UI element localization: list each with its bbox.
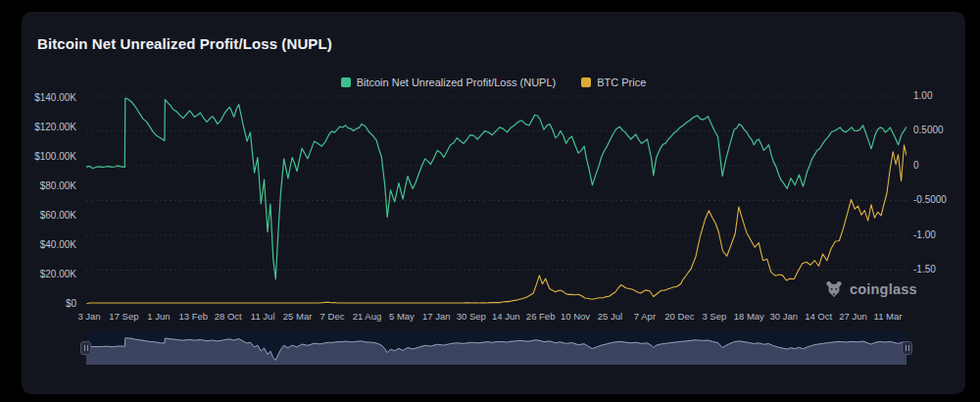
navigator-right-handle[interactable]: [902, 341, 912, 355]
left-axis-tick-label: $40.00K: [40, 239, 76, 250]
navigator-minichart: [86, 331, 906, 365]
left-axis-tick-label: $140.00K: [34, 92, 76, 103]
nupl-series-line: [86, 98, 906, 279]
btc-price-legend-swatch-icon: [581, 77, 591, 87]
x-axis: 3 Jan17 Sep1 Jun13 Feb28 Oct11 Jul25 Mar…: [86, 311, 906, 325]
right-axis-tick-label: 0.5000: [913, 125, 944, 135]
left-axis-tick-label: $80.00K: [40, 180, 76, 191]
left-axis-tick-label: $20.00K: [40, 269, 76, 279]
chart-title: Bitcoin Net Unrealized Profit/Loss (NUPL…: [37, 35, 332, 52]
left-axis-tick-label: $120.00K: [34, 122, 76, 132]
right-axis-tick-label: 0: [913, 160, 919, 171]
nupl-legend-swatch-icon: [341, 77, 351, 87]
legend-item-btc-price[interactable]: BTC Price: [581, 76, 646, 88]
btc-price-legend-label: BTC Price: [597, 76, 646, 88]
btc-price-series-line: [86, 145, 906, 304]
left-axis-tick-label: $100.00K: [34, 151, 76, 162]
left-price-axis: $140.00K$120.00K$100.00K$80.00K$60.00K$4…: [22, 12, 80, 326]
legend-item-nupl[interactable]: Bitcoin Net Unrealized Profit/Loss (NUPL…: [341, 76, 557, 88]
left-axis-tick-label: $0: [66, 298, 76, 309]
right-axis-tick-label: -0.5000: [913, 194, 947, 205]
coinglass-watermark-text: coinglass: [850, 281, 917, 297]
legend: Bitcoin Net Unrealized Profit/Loss (NUPL…: [22, 76, 965, 88]
left-axis-tick-label: $60.00K: [40, 210, 76, 221]
coinglass-watermark: coinglass: [825, 280, 917, 298]
right-axis-tick-label: -1.50: [913, 264, 936, 275]
right-axis-tick-label: -1.00: [913, 229, 936, 240]
coinglass-bull-icon: [825, 280, 843, 298]
plot-area[interactable]: [86, 93, 906, 304]
nupl-legend-label: Bitcoin Net Unrealized Profit/Loss (NUPL…: [357, 76, 557, 88]
right-axis-tick-label: 1.00: [913, 90, 932, 101]
navigator-track[interactable]: [86, 331, 906, 365]
chart-card: Bitcoin Net Unrealized Profit/Loss (NUPL…: [22, 12, 965, 394]
navigator-left-handle[interactable]: [80, 341, 91, 355]
right-nupl-axis: 1.000.50000-0.5000-1.00-1.50: [913, 12, 962, 326]
x-axis-tick-label: 11 Mar: [865, 311, 910, 322]
chart-canvas[interactable]: [86, 93, 906, 304]
